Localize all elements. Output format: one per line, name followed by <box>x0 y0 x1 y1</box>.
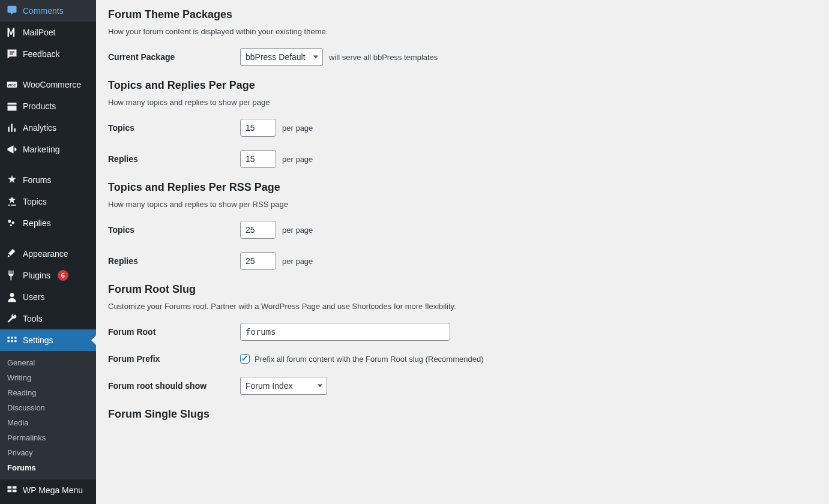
svg-point-4 <box>10 224 12 226</box>
svg-point-3 <box>12 221 14 224</box>
menu-label: Feedback <box>23 49 59 59</box>
menu-label: Settings <box>23 335 53 345</box>
svg-text:WOO: WOO <box>8 83 17 87</box>
menu-item-users[interactable]: Users <box>0 286 96 308</box>
checkbox-forum-prefix[interactable] <box>240 354 250 364</box>
menu-label: MailPoet <box>23 28 55 37</box>
suffix-per-page: per page <box>282 155 313 164</box>
section-heading-per-page: Topics and Replies Per Page <box>108 79 817 92</box>
admin-sidebar: CommentsMailPoetFeedbackWOOWooCommercePr… <box>0 0 96 504</box>
label-current-package: Current Package <box>108 52 240 62</box>
menu-label: Appearance <box>23 249 68 259</box>
menu-item-appearance[interactable]: Appearance <box>0 243 96 265</box>
settings-content: Forum Theme Packages How your forum cont… <box>96 0 829 504</box>
woo-icon: WOO <box>6 79 18 91</box>
submenu-item-privacy[interactable]: Privacy <box>0 445 96 460</box>
svg-point-2 <box>8 220 11 223</box>
menu-item-marketing[interactable]: Marketing <box>0 139 96 160</box>
label-forum-prefix: Forum Prefix <box>108 354 240 364</box>
input-replies-per-page[interactable] <box>240 150 276 168</box>
menu-item-plugins[interactable]: Plugins6 <box>0 265 96 286</box>
menu-label: Marketing <box>23 145 59 154</box>
section-desc-per-rss: How many topics and replies to show per … <box>108 200 817 209</box>
suffix-per-page: per page <box>282 124 313 133</box>
menu-label: WP Mega Menu <box>23 485 83 495</box>
menu-label: WooCommerce <box>23 80 81 89</box>
menu-item-analytics[interactable]: Analytics <box>0 117 96 139</box>
menu-label: Replies <box>23 218 51 228</box>
analytics-icon <box>6 122 18 134</box>
input-replies-per-rss[interactable] <box>240 252 276 270</box>
label-replies-per-rss: Replies <box>108 256 240 266</box>
input-topics-per-rss[interactable] <box>240 221 276 239</box>
plugins-icon <box>6 269 18 281</box>
menu-item-products[interactable]: Products <box>0 95 96 117</box>
tools-icon <box>6 313 18 325</box>
update-badge: 6 <box>58 270 68 281</box>
input-topics-per-page[interactable] <box>240 119 276 137</box>
forums-icon <box>6 174 18 186</box>
svg-point-5 <box>10 293 14 297</box>
megamenu-icon <box>6 484 18 496</box>
menu-item-replies[interactable]: Replies <box>0 212 96 234</box>
menu-item-woocommerce[interactable]: WOOWooCommerce <box>0 74 96 95</box>
replies-icon <box>6 217 18 229</box>
section-heading-root-slug: Forum Root Slug <box>108 283 817 296</box>
menu-item-settings[interactable]: Settings <box>0 329 96 351</box>
menu-label: Forums <box>23 175 51 185</box>
topics-icon <box>6 196 18 208</box>
menu-item-wp-mega-menu[interactable]: WP Mega Menu <box>0 479 96 501</box>
label-root-show: Forum root should show <box>108 381 240 391</box>
menu-label: Tools <box>23 314 43 323</box>
label-replies-per-page: Replies <box>108 154 240 164</box>
menu-item-tools[interactable]: Tools <box>0 308 96 329</box>
submenu-item-permalinks[interactable]: Permalinks <box>0 430 96 445</box>
menu-item-topics[interactable]: Topics <box>0 191 96 212</box>
suffix-per-page: per page <box>282 257 313 266</box>
label-topics-per-rss: Topics <box>108 225 240 235</box>
menu-label: Products <box>23 101 56 111</box>
menu-label: Analytics <box>23 123 56 133</box>
appearance-icon <box>6 248 18 260</box>
mailpoet-icon <box>6 26 18 38</box>
menu-item-forums[interactable]: Forums <box>0 169 96 191</box>
section-heading-theme-packages: Forum Theme Packages <box>108 8 817 21</box>
label-forum-root: Forum Root <box>108 327 240 337</box>
label-forum-prefix-text[interactable]: Prefix all forum content with the Forum … <box>255 355 484 364</box>
submenu-item-discussion[interactable]: Discussion <box>0 400 96 415</box>
section-heading-per-rss: Topics and Replies Per RSS Page <box>108 181 817 194</box>
label-topics-per-page: Topics <box>108 123 240 133</box>
menu-item-feedback[interactable]: Feedback <box>0 43 96 65</box>
section-desc-per-page: How many topics and replies to show per … <box>108 98 817 107</box>
comments-icon <box>6 5 18 17</box>
menu-label: Users <box>23 292 45 302</box>
submenu-item-writing[interactable]: Writing <box>0 370 96 385</box>
select-current-package[interactable]: bbPress Default <box>240 48 323 66</box>
settings-icon <box>6 334 18 346</box>
menu-label: Comments <box>23 6 64 16</box>
feedback-icon <box>6 48 18 60</box>
section-desc-theme-packages: How your forum content is displayed with… <box>108 27 817 36</box>
products-icon <box>6 100 18 112</box>
menu-label: Plugins <box>23 271 50 280</box>
menu-item-mailpoet[interactable]: MailPoet <box>0 22 96 43</box>
settings-submenu: GeneralWritingReadingDiscussionMediaPerm… <box>0 351 96 479</box>
submenu-item-forums[interactable]: Forums <box>0 460 96 475</box>
submenu-item-reading[interactable]: Reading <box>0 385 96 400</box>
menu-item-comments[interactable]: Comments <box>0 0 96 22</box>
submenu-item-general[interactable]: General <box>0 355 96 370</box>
select-root-show[interactable]: Forum Index <box>240 377 327 395</box>
marketing-icon <box>6 143 18 155</box>
menu-label: Topics <box>23 197 47 206</box>
suffix-per-page: per page <box>282 226 313 235</box>
section-heading-single-slugs: Forum Single Slugs <box>108 408 817 421</box>
submenu-item-media[interactable]: Media <box>0 415 96 430</box>
section-desc-root-slug: Customize your Forums root. Partner with… <box>108 302 817 311</box>
text-package-description: will serve all bbPress templates <box>329 53 438 62</box>
input-forum-root[interactable] <box>240 323 450 341</box>
users-icon <box>6 291 18 303</box>
